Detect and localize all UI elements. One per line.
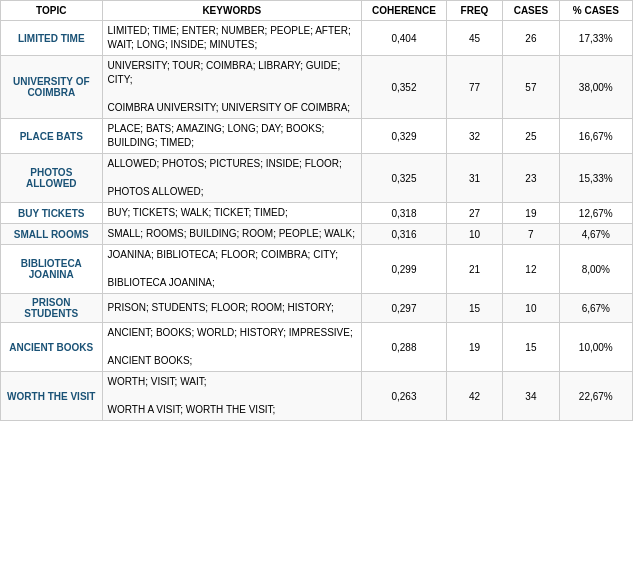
coherence-cell: 0,263 [362, 372, 447, 421]
pct-cases-cell: 17,33% [559, 21, 632, 56]
table-row: WORTH THE VISITWORTH; VISIT; WAIT;WORTH … [1, 372, 633, 421]
pct-cases-cell: 38,00% [559, 56, 632, 119]
coherence-cell: 0,316 [362, 224, 447, 245]
coherence-cell: 0,404 [362, 21, 447, 56]
keywords-cell: ALLOWED; PHOTOS; PICTURES; INSIDE; FLOOR… [102, 154, 362, 203]
pct-cases-cell: 15,33% [559, 154, 632, 203]
pct-cases-cell: 16,67% [559, 119, 632, 154]
cases-cell: 10 [503, 294, 559, 323]
coherence-cell: 0,299 [362, 245, 447, 294]
topic-cell: LIMITED TIME [1, 21, 103, 56]
pct-cases-cell: 8,00% [559, 245, 632, 294]
table-header-row: TOPIC KEYWORDS COHERENCE FREQ CASES % CA… [1, 1, 633, 21]
keywords-cell: UNIVERSITY; TOUR; COIMBRA; LIBRARY; GUID… [102, 56, 362, 119]
coherence-cell: 0,318 [362, 203, 447, 224]
table-row: PRISON STUDENTSPRISON; STUDENTS; FLOOR; … [1, 294, 633, 323]
table-row: SMALL ROOMSSMALL; ROOMS; BUILDING; ROOM;… [1, 224, 633, 245]
main-table: TOPIC KEYWORDS COHERENCE FREQ CASES % CA… [0, 0, 633, 421]
coherence-cell: 0,329 [362, 119, 447, 154]
pct-cases-cell: 10,00% [559, 323, 632, 372]
header-pct-cases: % CASES [559, 1, 632, 21]
pct-cases-cell: 22,67% [559, 372, 632, 421]
topic-cell: BUY TICKETS [1, 203, 103, 224]
coherence-cell: 0,352 [362, 56, 447, 119]
freq-cell: 27 [446, 203, 502, 224]
pct-cases-cell: 6,67% [559, 294, 632, 323]
header-keywords: KEYWORDS [102, 1, 362, 21]
freq-cell: 32 [446, 119, 502, 154]
cases-cell: 19 [503, 203, 559, 224]
keywords-cell: PLACE; BATS; AMAZING; LONG; DAY; BOOKS; … [102, 119, 362, 154]
keywords-cell: SMALL; ROOMS; BUILDING; ROOM; PEOPLE; WA… [102, 224, 362, 245]
table-row: PLACE BATSPLACE; BATS; AMAZING; LONG; DA… [1, 119, 633, 154]
topic-cell: PRISON STUDENTS [1, 294, 103, 323]
freq-cell: 21 [446, 245, 502, 294]
topic-cell: WORTH THE VISIT [1, 372, 103, 421]
freq-cell: 45 [446, 21, 502, 56]
header-coherence: COHERENCE [362, 1, 447, 21]
freq-cell: 15 [446, 294, 502, 323]
freq-cell: 42 [446, 372, 502, 421]
table-row: LIMITED TIMELIMITED; TIME; ENTER; NUMBER… [1, 21, 633, 56]
freq-cell: 31 [446, 154, 502, 203]
topic-cell: ANCIENT BOOKS [1, 323, 103, 372]
keywords-cell: ANCIENT; BOOKS; WORLD; HISTORY; IMPRESSI… [102, 323, 362, 372]
cases-cell: 7 [503, 224, 559, 245]
cases-cell: 25 [503, 119, 559, 154]
freq-cell: 19 [446, 323, 502, 372]
freq-cell: 77 [446, 56, 502, 119]
table-row: ANCIENT BOOKSANCIENT; BOOKS; WORLD; HIST… [1, 323, 633, 372]
header-topic: TOPIC [1, 1, 103, 21]
table-row: PHOTOS ALLOWEDALLOWED; PHOTOS; PICTURES;… [1, 154, 633, 203]
keywords-cell: PRISON; STUDENTS; FLOOR; ROOM; HISTORY; [102, 294, 362, 323]
topic-cell: UNIVERSITY OF COIMBRA [1, 56, 103, 119]
coherence-cell: 0,288 [362, 323, 447, 372]
cases-cell: 12 [503, 245, 559, 294]
coherence-cell: 0,325 [362, 154, 447, 203]
topic-cell: PLACE BATS [1, 119, 103, 154]
topic-cell: PHOTOS ALLOWED [1, 154, 103, 203]
keywords-cell: WORTH; VISIT; WAIT;WORTH A VISIT; WORTH … [102, 372, 362, 421]
header-freq: FREQ [446, 1, 502, 21]
cases-cell: 57 [503, 56, 559, 119]
header-cases: CASES [503, 1, 559, 21]
table-row: UNIVERSITY OF COIMBRAUNIVERSITY; TOUR; C… [1, 56, 633, 119]
cases-cell: 26 [503, 21, 559, 56]
keywords-cell: BUY; TICKETS; WALK; TICKET; TIMED; [102, 203, 362, 224]
cases-cell: 15 [503, 323, 559, 372]
pct-cases-cell: 12,67% [559, 203, 632, 224]
topic-cell: SMALL ROOMS [1, 224, 103, 245]
table-row: BIBLIOTECA JOANINAJOANINA; BIBLIOTECA; F… [1, 245, 633, 294]
cases-cell: 34 [503, 372, 559, 421]
coherence-cell: 0,297 [362, 294, 447, 323]
pct-cases-cell: 4,67% [559, 224, 632, 245]
cases-cell: 23 [503, 154, 559, 203]
table-row: BUY TICKETSBUY; TICKETS; WALK; TICKET; T… [1, 203, 633, 224]
keywords-cell: LIMITED; TIME; ENTER; NUMBER; PEOPLE; AF… [102, 21, 362, 56]
freq-cell: 10 [446, 224, 502, 245]
keywords-cell: JOANINA; BIBLIOTECA; FLOOR; COIMBRA; CIT… [102, 245, 362, 294]
topic-cell: BIBLIOTECA JOANINA [1, 245, 103, 294]
